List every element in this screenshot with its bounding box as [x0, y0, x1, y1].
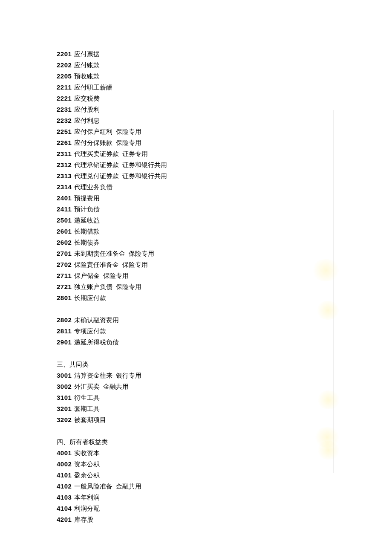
account-row: 2801长期应付款 — [57, 292, 335, 304]
account-code: 4104 — [57, 505, 72, 512]
account-name: 预提费用 — [74, 195, 100, 202]
account-row: 2311代理买卖证券款证券专用 — [57, 148, 335, 159]
account-code: 2205 — [57, 72, 72, 80]
account-row: 2721独立账户负债保险专用 — [57, 281, 335, 292]
account-code: 4002 — [57, 460, 72, 468]
account-code: 4103 — [57, 494, 72, 501]
account-name: 未确认融资费用 — [74, 317, 119, 324]
account-name: 实收资本 — [74, 450, 100, 457]
section-heading: 四、所有者权益类 — [57, 436, 335, 448]
account-row: 4101盈余公积 — [57, 470, 335, 481]
account-code: 2901 — [57, 338, 72, 346]
account-code: 3001 — [57, 372, 72, 379]
account-row: 2201应付票据 — [57, 49, 335, 60]
account-name: 库存股 — [74, 516, 93, 523]
page: 2201应付票据2202应付账款2205预收账款2211应付职工薪酬2221应交… — [0, 0, 392, 555]
account-name: 应付票据 — [74, 51, 100, 58]
account-row: 2401预提费用 — [57, 193, 335, 204]
account-row: 2261应付分保账款保险专用 — [57, 137, 335, 148]
account-code: 2261 — [57, 139, 72, 146]
account-code: 2801 — [57, 294, 72, 301]
account-name: 代理买卖证券款 — [74, 150, 119, 157]
account-row: 4104利润分配 — [57, 503, 335, 514]
blank-line — [57, 304, 335, 315]
account-row: 2313代理兑付证券款证券和银行共用 — [57, 171, 335, 182]
account-name: 盈余公积 — [74, 472, 100, 479]
account-name: 应付股利 — [74, 106, 100, 113]
account-name: 长期借款 — [74, 228, 100, 235]
account-row: 2802未确认融资费用 — [57, 315, 335, 326]
account-note: 保险专用 — [122, 261, 148, 268]
account-code: 2701 — [57, 250, 72, 257]
account-row: 2901递延所得税负债 — [57, 337, 335, 348]
account-code: 2202 — [57, 61, 72, 69]
account-row: 4102一般风险准备金融共用 — [57, 481, 335, 492]
section-heading: 三、共同类 — [57, 359, 335, 370]
account-note: 保险专用 — [116, 128, 141, 135]
account-code: 2711 — [57, 272, 72, 279]
account-row: 2251应付保户红利保险专用 — [57, 126, 335, 137]
account-code: 2312 — [57, 161, 72, 168]
account-name: 递延所得税负债 — [74, 339, 119, 346]
account-code: 2601 — [57, 228, 72, 235]
account-row: 2501递延收益 — [57, 215, 335, 226]
account-note: 证券和银行共用 — [122, 162, 167, 168]
blank-line — [57, 348, 335, 359]
account-row: 2221应交税费 — [57, 93, 335, 104]
account-row: 3101衍生工具 — [57, 392, 335, 403]
account-code: 2232 — [57, 117, 72, 124]
account-row: 2702保险责任准备金保险专用 — [57, 259, 335, 270]
account-code: 2721 — [57, 283, 72, 290]
account-name: 应付分保账款 — [74, 139, 112, 146]
account-name: 衍生工具 — [74, 394, 100, 401]
account-name: 递延收益 — [74, 217, 100, 224]
account-name: 被套期项目 — [74, 416, 106, 423]
account-code: 2201 — [57, 50, 72, 58]
account-code: 2811 — [57, 327, 72, 335]
account-row: 4103本年利润 — [57, 492, 335, 503]
account-name: 外汇买卖 — [74, 383, 100, 390]
account-note: 银行专用 — [116, 372, 141, 379]
account-name: 套期工具 — [74, 405, 100, 412]
account-name: 保户储金 — [74, 272, 100, 279]
account-row: 2601长期借款 — [57, 226, 335, 237]
account-row: 3002外汇买卖金融共用 — [57, 381, 335, 392]
account-name: 应付保户红利 — [74, 128, 112, 135]
account-note: 保险专用 — [129, 250, 154, 257]
account-row: 2202应付账款 — [57, 60, 335, 71]
account-note: 保险专用 — [103, 272, 129, 279]
account-code: 2702 — [57, 261, 72, 268]
account-name: 代理承销证券款 — [74, 162, 119, 168]
account-note: 保险专用 — [116, 139, 141, 146]
account-note: 证券专用 — [122, 150, 148, 157]
account-code: 2221 — [57, 95, 72, 102]
account-code: 4102 — [57, 483, 72, 490]
account-name: 应付职工薪酬 — [74, 84, 112, 91]
account-name: 独立账户负债 — [74, 283, 112, 290]
account-code: 3101 — [57, 394, 72, 401]
account-row: 2232应付利息 — [57, 115, 335, 126]
account-name: 长期应付款 — [74, 295, 106, 301]
account-code: 3202 — [57, 416, 72, 423]
account-code: 4001 — [57, 449, 72, 457]
account-row: 4201库存股 — [57, 514, 335, 525]
account-code: 2411 — [57, 205, 72, 213]
account-name: 保险责任准备金 — [74, 261, 119, 268]
account-name: 资本公积 — [74, 461, 100, 468]
account-row: 3201套期工具 — [57, 403, 335, 414]
account-code: 4101 — [57, 471, 72, 479]
account-code: 2314 — [57, 183, 72, 191]
account-name: 应付账款 — [74, 62, 100, 69]
account-code: 2602 — [57, 239, 72, 246]
account-row: 2411预计负债 — [57, 204, 335, 215]
account-row: 2314代理业务负债 — [57, 182, 335, 193]
account-row: 2602长期债券 — [57, 237, 335, 248]
account-name: 一般风险准备 — [74, 483, 112, 490]
account-code: 2311 — [57, 150, 72, 157]
account-name: 代理兑付证券款 — [74, 173, 119, 179]
account-code: 2251 — [57, 128, 72, 135]
account-row: 4001实收资本 — [57, 448, 335, 459]
account-name: 专项应付款 — [74, 328, 106, 335]
account-code: 2211 — [57, 84, 72, 91]
account-code: 2231 — [57, 106, 72, 113]
